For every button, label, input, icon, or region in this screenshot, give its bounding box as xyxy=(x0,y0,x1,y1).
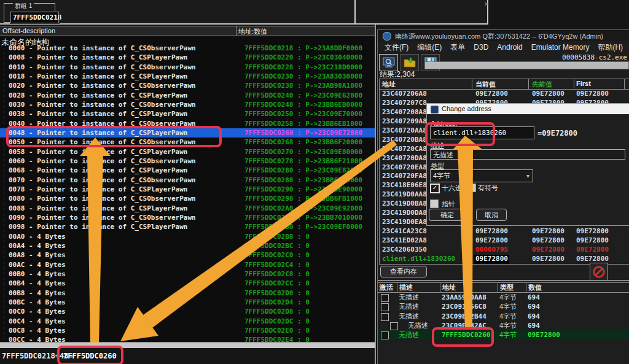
scan-row[interactable]: 23C42060350 00000795 09E72800 09E72800 xyxy=(380,246,629,255)
column-divider[interactable] xyxy=(236,26,236,36)
description-input[interactable]: 无描述 xyxy=(430,149,625,160)
col-divider xyxy=(528,79,529,89)
struct-row[interactable]: 0070 - Pointer to instance of C_CSObserv… xyxy=(0,176,375,185)
scan-table-header[interactable]: 地址 当前值 先前值 First xyxy=(380,79,629,90)
struct-offset-label: 00C8 - 4 Bytes xyxy=(0,326,244,335)
cheat-type: 4字节 xyxy=(499,302,517,311)
scan-row[interactable]: 23C407206A8 09E72800 09E72800 09E72800 xyxy=(380,90,629,99)
menu-item[interactable]: Android xyxy=(493,43,526,52)
col-previous-value: 先前值 xyxy=(532,80,552,89)
cheat-description: 无描述 xyxy=(408,321,428,330)
struct-address-value: 7FFF5DDC02CC : 0 xyxy=(244,279,310,288)
struct-offset-label: 00B0 - 4 Bytes xyxy=(0,269,244,279)
highlight-selected-offset xyxy=(6,126,222,147)
struct-row[interactable]: 0000 - Pointer to instance of C_CSObserv… xyxy=(0,44,375,53)
struct-row[interactable]: 00A0 - 4 Bytes 7FFF5DDC02B8 : 0 xyxy=(0,232,375,241)
monitor-scan-icon xyxy=(383,57,395,68)
struct-row[interactable]: 0018 - Pointer to instance of C_CSPlayer… xyxy=(0,72,375,81)
struct-address-value: 7FFF5DDC0228 : P->23C218D0000 xyxy=(244,63,362,72)
struct-row[interactable]: 0060 - Pointer to instance of C_CSObserv… xyxy=(0,157,375,166)
group-address-input[interactable]: 7FFF5DDC0218 xyxy=(10,12,59,23)
cheat-table-header[interactable]: 激活 描述 地址 类型 数值 xyxy=(378,282,629,293)
col-first-value: First xyxy=(576,80,591,87)
struct-offset-label: 0008 - Pointer to instance of C_CSPlayer… xyxy=(0,53,244,62)
struct-row[interactable]: 00AC - 4 Bytes 7FFF5DDC02C4 : 0 xyxy=(0,260,375,269)
offset-description-header[interactable]: Offset-description xyxy=(2,27,55,34)
col-current-value: 当前值 xyxy=(475,80,496,89)
struct-row[interactable]: 0038 - Pointer to instance of C_CSPlayer… xyxy=(0,109,375,118)
section-divider xyxy=(378,280,629,281)
menu-item[interactable]: D3D xyxy=(469,43,493,52)
ok-button[interactable]: 确定 xyxy=(429,209,466,221)
struct-row[interactable]: 0010 - Pointer to instance of C_CSObserv… xyxy=(0,63,375,72)
attached-process-name: 00005838-cs2.exe xyxy=(429,53,627,61)
menu-item[interactable]: 表单 xyxy=(446,42,469,53)
struct-column-header[interactable]: Offset-description 地址:数值 xyxy=(0,26,375,36)
struct-row[interactable]: 0090 - Pointer to instance of C_CSObserv… xyxy=(0,213,375,222)
signed-checkbox[interactable] xyxy=(467,184,476,192)
scan-first-value: 09E72800 xyxy=(576,227,609,236)
cheat-row[interactable]: 无描述 23C09E732AC 4字节 694 xyxy=(378,321,629,330)
type-select[interactable]: 4字节 ▾ xyxy=(430,169,533,182)
active-checkbox[interactable] xyxy=(390,322,398,330)
struct-row[interactable]: 00B0 - 4 Bytes 7FFF5DDC02C8 : 0 xyxy=(0,269,375,279)
active-checkbox[interactable] xyxy=(381,303,389,311)
active-checkbox[interactable] xyxy=(381,313,389,321)
open-table-button[interactable] xyxy=(400,54,419,71)
hex-checkbox[interactable]: ✓ xyxy=(430,184,440,193)
address-value-header[interactable]: 地址:数值 xyxy=(238,27,267,36)
struct-row[interactable]: 00C8 - 4 Bytes 7FFF5DDC02E0 : 0 xyxy=(0,326,375,335)
struct-offset-label: 0030 - Pointer to instance of C_CSObserv… xyxy=(0,100,244,109)
struct-row[interactable]: 0028 - Pointer to instance of C_CSPlayer… xyxy=(0,91,375,100)
cheat-row[interactable]: 无描述 23AA5930AA8 4字节 694 xyxy=(378,293,629,302)
struct-row[interactable]: 0020 - Pointer to instance of C_CSObserv… xyxy=(0,81,375,90)
scan-address: 23C419D0AA8 xyxy=(382,190,427,199)
struct-row[interactable]: 0098 - Pointer to instance of C_CSPlayer… xyxy=(0,222,375,231)
scan-memory-button[interactable] xyxy=(379,54,398,71)
struct-row[interactable]: 0068 - Pointer to instance of C_CSPlayer… xyxy=(0,166,375,175)
scan-address: 23C40720BA8 xyxy=(382,136,427,145)
struct-row[interactable]: 00BC - 4 Bytes 7FFF5DDC02D4 : 0 xyxy=(0,298,375,307)
struct-address-value: 7FFF5DDC0220 : P->23C03040000 xyxy=(244,53,362,62)
scanner-titlebar[interactable]: 幽络源www.youluoyuan.com Q群:307531422 -- 6'… xyxy=(378,30,629,41)
struct-row-list: 0000 - Pointer to instance of C_CSObserv… xyxy=(0,44,375,345)
view-memory-button[interactable]: 查看内存 xyxy=(380,266,427,277)
menu-item[interactable]: 编辑(E) xyxy=(413,42,446,53)
struct-address-value: 7FFF5DDC0218 : P->23A8DDF0000 xyxy=(244,44,362,53)
struct-row[interactable]: 00A8 - 4 Bytes 7FFF5DDC02C0 : 0 xyxy=(0,250,375,260)
struct-offset-label: 0038 - Pointer to instance of C_CSPlayer… xyxy=(0,109,244,118)
cheat-row[interactable]: 无描述 23C09E72B44 4字节 694 xyxy=(378,312,629,321)
struct-row[interactable]: 00C4 - 4 Bytes 7FFF5DDC02DC : 0 xyxy=(0,317,375,326)
scan-row[interactable]: 23C41CA23C8 09E72800 09E72800 09E72800 xyxy=(380,227,629,236)
dialog-titlebar[interactable]: Change address xyxy=(427,104,629,114)
struct-row[interactable]: 00B4 - 4 Bytes 7FFF5DDC02CC : 0 xyxy=(0,279,375,288)
struct-offset-label: 0058 - Pointer to instance of C_CSPlayer… xyxy=(0,147,244,157)
menu-item[interactable]: 文件(F) xyxy=(380,42,413,53)
active-checkbox[interactable] xyxy=(381,331,389,339)
stop-scan-button[interactable] xyxy=(590,263,608,281)
struct-row[interactable]: 0058 - Pointer to instance of C_CSPlayer… xyxy=(0,147,375,157)
struct-row[interactable]: 00A4 - 4 Bytes 7FFF5DDC02BC : 0 xyxy=(0,241,375,250)
struct-row[interactable]: 00C0 - 4 Bytes 7FFF5DDC02D8 : 0 xyxy=(0,307,375,316)
struct-address-value: 7FFF5DDC0248 : P->23BB6EB0000 xyxy=(244,100,362,109)
menu-item[interactable]: 帮助(H) xyxy=(593,42,627,53)
struct-row[interactable]: 00B8 - 4 Bytes 7FFF5DDC02D0 : 0 xyxy=(0,288,375,298)
menu-item[interactable]: Emulator Memory xyxy=(527,43,594,52)
struct-row[interactable]: 0088 - Pointer to instance of C_CSPlayer… xyxy=(0,204,375,213)
struct-offset-label: 0068 - Pointer to instance of C_CSPlayer… xyxy=(0,166,244,175)
close-icon[interactable]: ✕ xyxy=(484,1,489,7)
cheat-row[interactable]: 无描述 23C091C56C8 4字节 694 xyxy=(378,302,629,311)
struct-row[interactable]: 0008 - Pointer to instance of C_CSPlayer… xyxy=(0,53,375,62)
struct-row[interactable]: 0080 - Pointer to instance of C_CSObserv… xyxy=(0,194,375,203)
pointer-checkbox[interactable] xyxy=(430,199,439,208)
struct-address-value: 7FFF5DDC02E0 : 0 xyxy=(244,326,310,335)
active-checkbox[interactable] xyxy=(381,294,389,302)
struct-row[interactable]: 0030 - Pointer to instance of C_CSObserv… xyxy=(0,100,375,109)
scan-previous-value: 09E72800 xyxy=(532,246,565,255)
scan-row[interactable]: 23C41ED02A8 09E72800 09E72800 09E72800 xyxy=(380,236,629,246)
scan-address: 23C419D0BA8 xyxy=(382,199,427,209)
scan-first-value: 09E72800 xyxy=(576,90,609,99)
cheat-row[interactable]: 无描述 7FFF5DDC0260 4字节 09E72800 xyxy=(378,330,629,339)
struct-row[interactable]: 0078 - Pointer to instance of C_CSPlayer… xyxy=(0,185,375,194)
cancel-button[interactable]: 取消 xyxy=(476,209,507,221)
